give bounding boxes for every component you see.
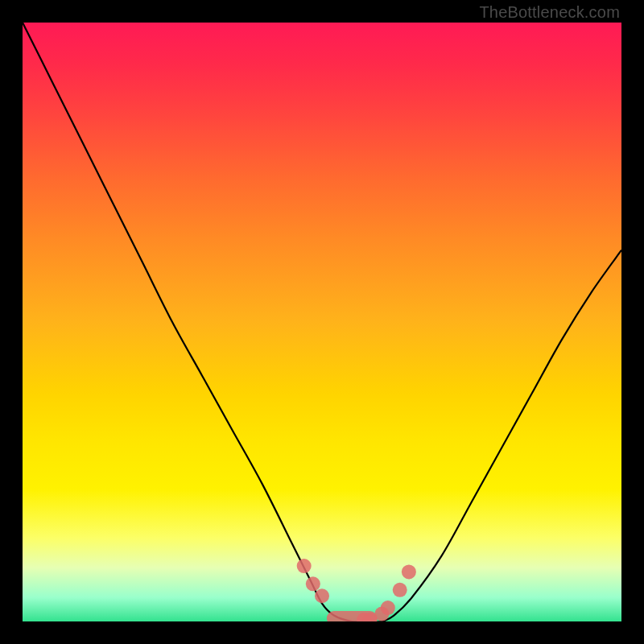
valley-marker [306,576,320,591]
bottleneck-curve [23,23,621,621]
valley-marker [393,583,407,597]
watermark-text: TheBottleneck.com [479,3,620,22]
valley-marker [402,564,416,579]
plot-area [23,23,621,621]
chart-frame: TheBottleneck.com [0,0,644,644]
valley-marker [381,601,395,615]
valley-marker [297,559,312,573]
valley-marker [315,588,329,603]
